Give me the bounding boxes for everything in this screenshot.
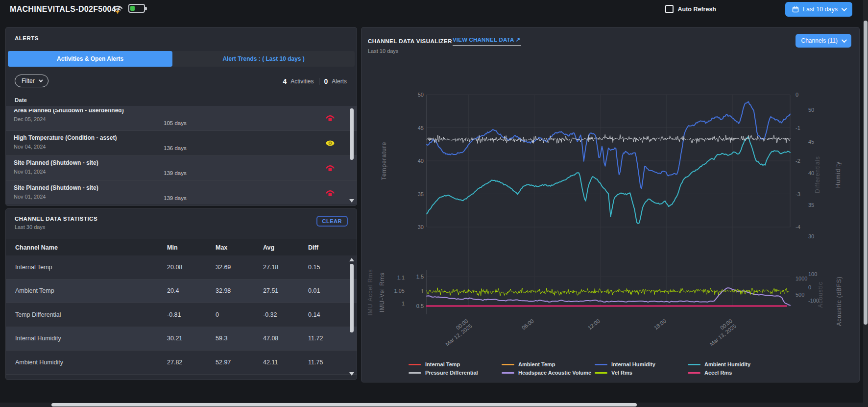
avg-value: 42.11 (263, 359, 278, 366)
alerts-title: ALERTS (15, 35, 39, 41)
diff-value: 11.75 (308, 359, 323, 366)
svg-text:1: 1 (402, 301, 405, 306)
svg-text:IMU Accel Rms: IMU Accel Rms (367, 269, 374, 315)
min-value: 30.21 (167, 335, 182, 342)
max-value: 52.97 (216, 359, 231, 366)
channel-name: Ambient Temp (15, 287, 54, 294)
svg-text:35: 35 (808, 202, 814, 208)
legend-item[interactable]: Ambient Temp (502, 361, 595, 367)
tab-activities-open-alerts[interactable]: Activities & Open Alerts (8, 51, 172, 67)
svg-text:18:00: 18:00 (653, 318, 667, 331)
filter-button[interactable]: Filter (15, 75, 48, 87)
legend-swatch (502, 364, 514, 365)
diff-value: 0.15 (308, 264, 320, 271)
diff-value: 0.01 (308, 287, 320, 294)
alert-title: Site Planned (Shutdown - site) (14, 159, 349, 166)
diff-value: 0.14 (308, 311, 320, 318)
alert-age: 139 days (164, 195, 187, 201)
page-title: MACHINEVITALS-D02F50047 (10, 5, 121, 14)
svg-text:50: 50 (808, 107, 814, 113)
alerts-panel: ALERTS Activities & Open Alerts Alert Tr… (5, 27, 357, 206)
table-row[interactable]: Ambient Humidity 27.82 52.97 42.11 11.75 (6, 351, 357, 375)
machine-vitals-dashboard: MACHINEVITALS-D02F50047 Auto Refresh Las… (0, 0, 868, 407)
view-channel-data-label: VIEW CHANNEL DATA (453, 37, 514, 43)
shutdown-alert-icon (325, 164, 335, 173)
visualizer-subtitle: Last 10 days (368, 48, 398, 54)
scroll-down-arrow[interactable] (349, 372, 354, 376)
alert-age: 105 days (164, 120, 187, 126)
svg-text:40: 40 (418, 158, 424, 164)
scrollbar-thumb[interactable] (350, 264, 354, 332)
legend-item[interactable]: Ambient Humidity (688, 361, 786, 367)
alert-age: 136 days (164, 145, 187, 151)
alert-list: Area Planned (Shutdown - userdefined) De… (6, 106, 357, 204)
max-value: 32.69 (216, 264, 231, 271)
legend-item[interactable]: Internal Humidity (595, 361, 688, 367)
svg-text:Differentials: Differentials (814, 156, 821, 193)
table-row[interactable]: Ambient Temp 20.4 32.98 27.51 0.01 (6, 280, 357, 304)
max-value: 0 (216, 311, 219, 318)
date-range-label: Last 10 days (803, 6, 838, 13)
legend-item[interactable]: Internal Temp (409, 361, 502, 367)
svg-text:12:00: 12:00 (587, 318, 601, 331)
alert-row[interactable]: Site Planned (Shutdown - site) Nov 01, 2… (6, 181, 357, 204)
channels-label: Channels (11) (801, 37, 838, 44)
vertical-scrollbar[interactable] (863, 0, 868, 407)
legend-swatch (502, 372, 514, 374)
channel-data-chart[interactable]: 30354045500-1-2-3-4303540455011.051.10.5… (362, 27, 860, 382)
alert-title: Area Planned (Shutdown - userdefined) (14, 109, 349, 114)
stats-scrollbar[interactable] (349, 258, 354, 376)
condition-alert-icon (325, 139, 335, 148)
diff-value: 11.72 (308, 335, 323, 342)
alert-row[interactable]: Site Planned (Shutdown - site) Nov 01, 2… (6, 156, 357, 181)
clear-button[interactable]: CLEAR (316, 216, 348, 227)
table-row[interactable]: Internal Temp 20.08 32.69 27.18 0.15 (6, 255, 357, 280)
svg-text:00:00Mar 13, 2025: 00:00Mar 13, 2025 (705, 318, 737, 347)
horizontal-scrollbar[interactable] (0, 403, 863, 407)
col-diff: Diff (308, 244, 318, 251)
legend-item[interactable]: Pressure Differential (409, 370, 502, 376)
auto-refresh-checkbox[interactable] (665, 5, 674, 13)
legend-item[interactable]: Vel Rms (595, 370, 688, 376)
scrollbar-thumb[interactable] (350, 108, 354, 160)
external-link-icon: ↗ (515, 37, 520, 43)
legend-item[interactable]: Headspace Acoustic Volume (502, 370, 595, 376)
avg-value: 27.18 (263, 264, 278, 271)
channels-dropdown-button[interactable]: Channels (11) (796, 34, 851, 48)
alert-row[interactable]: Area Planned (Shutdown - userdefined) De… (6, 106, 357, 131)
scroll-down-arrow[interactable] (349, 199, 354, 203)
date-range-button[interactable]: Last 10 days (785, 2, 852, 17)
col-avg: Avg (263, 244, 274, 251)
table-row[interactable]: Temp Differential -0.81 0 -0.32 0.14 (6, 303, 357, 327)
alert-row[interactable]: High Temperature (Condition - asset) Nov… (6, 131, 357, 156)
svg-text:1.1: 1.1 (397, 275, 405, 280)
svg-text:500: 500 (796, 292, 804, 298)
activities-count: 4 (283, 77, 287, 85)
avg-value: 47.08 (263, 335, 278, 342)
view-channel-data-link[interactable]: VIEW CHANNEL DATA ↗ (453, 36, 521, 46)
tab-alert-trends[interactable]: Alert Trends : ( Last 10 days ) (172, 51, 355, 67)
scroll-up-arrow[interactable] (349, 258, 354, 261)
svg-text:IMU-Vel Rms: IMU-Vel Rms (379, 272, 386, 312)
alerts-scrollbar[interactable] (349, 107, 354, 203)
stats-subtitle: Last 30 days (15, 224, 45, 230)
legend-swatch (409, 364, 421, 365)
auto-refresh-toggle[interactable]: Auto Refresh (665, 5, 716, 13)
channel-data-visualizer-panel: 30354045500-1-2-3-4303540455011.051.10.5… (361, 27, 860, 382)
shutdown-alert-icon (325, 114, 335, 123)
stats-table-body: Internal Temp 20.08 32.69 27.18 0.15 Amb… (6, 255, 357, 379)
min-value: 20.4 (167, 287, 179, 294)
channel-data-statistics-panel: CHANNEL DATA STATISTICS Last 30 days CLE… (5, 208, 357, 380)
scrollbar-thumb[interactable] (864, 21, 868, 325)
min-value: 27.82 (167, 359, 182, 366)
scrollbar-thumb[interactable] (51, 403, 637, 407)
alerts-count: 0 (324, 77, 328, 85)
legend-item[interactable]: Accel Rms (688, 370, 786, 376)
shutdown-alert-icon (325, 189, 335, 198)
svg-text:Temperature: Temperature (381, 142, 387, 180)
legend-swatch (595, 372, 607, 374)
table-row[interactable]: Internal Humidity 30.21 59.3 47.08 11.72 (6, 327, 357, 351)
alert-age: 139 days (164, 170, 187, 176)
svg-text:06:00: 06:00 (521, 318, 535, 331)
svg-text:00:00Mar 12, 2025: 00:00Mar 12, 2025 (440, 318, 473, 347)
